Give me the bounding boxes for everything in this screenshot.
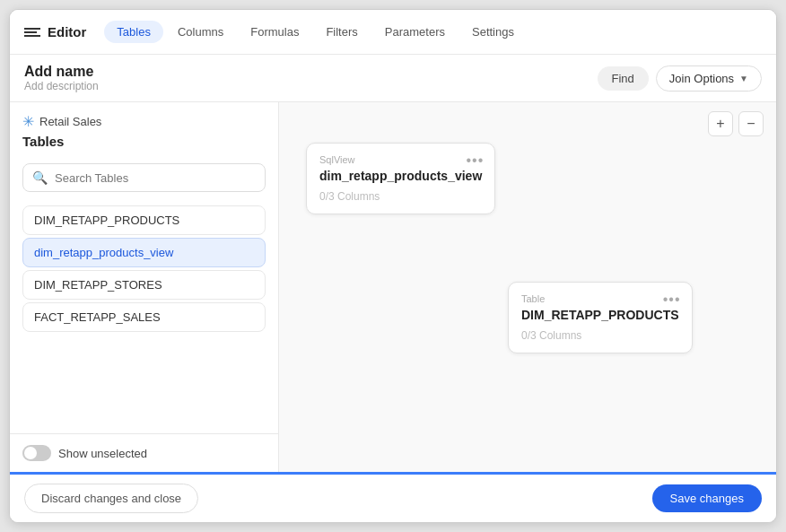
card-menu-icon[interactable]: •••	[663, 292, 681, 308]
page-title: Add name	[24, 64, 99, 80]
header-right: Find Join Options ▼	[598, 65, 762, 92]
find-button[interactable]: Find	[598, 66, 649, 91]
brand-name: Retail Sales	[39, 115, 101, 128]
search-input[interactable]	[55, 171, 256, 185]
list-item[interactable]: DIM_RETAPP_STORES	[22, 270, 266, 300]
card-type: Table	[521, 293, 679, 304]
chevron-down-icon: ▼	[739, 74, 748, 83]
snowflake-icon: ✳	[22, 113, 34, 130]
canvas-toolbar: + −	[708, 111, 764, 136]
table-card-products[interactable]: Table DIM_RETAPP_PRODUCTS 0/3 Columns ••…	[508, 282, 693, 353]
card-name: DIM_RETAPP_PRODUCTS	[521, 308, 679, 322]
join-options-button[interactable]: Join Options ▼	[656, 65, 762, 92]
show-unselected-toggle[interactable]	[22, 445, 51, 461]
tab-formulas[interactable]: Formulas	[238, 21, 311, 43]
tab-tables[interactable]: Tables	[104, 21, 163, 43]
nav-tabs: Tables Columns Formulas Filters Paramete…	[104, 21, 527, 43]
sidebar-header: ✳ Retail Sales Tables	[10, 102, 278, 156]
join-options-label: Join Options	[669, 72, 734, 85]
card-columns: 0/3 Columns	[319, 190, 482, 203]
logo-icon	[24, 28, 40, 37]
list-item[interactable]: dim_retapp_products_view	[22, 238, 266, 267]
sidebar-tables-label: Tables	[22, 134, 266, 149]
main-content: ✳ Retail Sales Tables 🔍 DIM_RETAPP_PRODU…	[10, 102, 776, 472]
topnav: Editor Tables Columns Formulas Filters P…	[10, 10, 776, 55]
card-columns: 0/3 Columns	[521, 329, 679, 342]
show-unselected-label: Show unselected	[58, 447, 147, 460]
card-name: dim_retapp_products_view	[319, 169, 482, 183]
page-subtitle: Add description	[24, 80, 99, 92]
search-icon: 🔍	[32, 170, 48, 185]
logo-area: Editor	[24, 24, 86, 39]
canvas: + − SqlView dim_retapp_products_view 0/3…	[279, 102, 776, 472]
search-box: 🔍	[22, 163, 266, 192]
bottom-bar: Discard changes and close Save changes	[10, 472, 776, 522]
main-window: Editor Tables Columns Formulas Filters P…	[9, 9, 777, 523]
header-bar: Add name Add description Find Join Optio…	[10, 55, 776, 102]
sidebar: ✳ Retail Sales Tables 🔍 DIM_RETAPP_PRODU…	[10, 102, 279, 472]
header-left: Add name Add description	[24, 64, 99, 92]
save-button[interactable]: Save changes	[652, 484, 762, 512]
sidebar-footer: Show unselected	[10, 433, 278, 472]
logo-text: Editor	[48, 24, 86, 39]
table-card-sqlview[interactable]: SqlView dim_retapp_products_view 0/3 Col…	[306, 143, 495, 214]
table-list: DIM_RETAPP_PRODUCTS dim_retapp_products_…	[10, 199, 278, 433]
add-button[interactable]: +	[708, 111, 733, 136]
tab-columns[interactable]: Columns	[165, 21, 236, 43]
tab-settings[interactable]: Settings	[459, 21, 527, 43]
tab-parameters[interactable]: Parameters	[372, 21, 458, 43]
list-item[interactable]: DIM_RETAPP_PRODUCTS	[22, 205, 266, 235]
card-type: SqlView	[319, 154, 482, 165]
discard-button[interactable]: Discard changes and close	[24, 484, 198, 513]
remove-button[interactable]: −	[738, 111, 764, 136]
list-item[interactable]: FACT_RETAPP_SALES	[22, 302, 266, 332]
card-menu-icon[interactable]: •••	[466, 153, 484, 169]
tab-filters[interactable]: Filters	[313, 21, 370, 43]
sidebar-brand: ✳ Retail Sales	[22, 113, 266, 130]
